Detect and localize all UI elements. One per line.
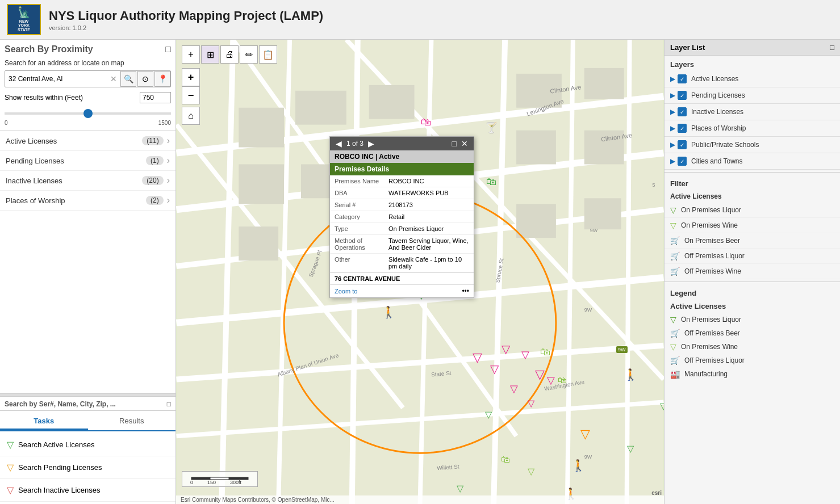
popup-more-icon[interactable]: ••• — [462, 287, 469, 295]
map-marker-active-pink[interactable]: ▽ — [547, 374, 555, 387]
result-label: Active Licenses — [6, 137, 142, 145]
layer-checkbox[interactable]: ✓ — [678, 91, 687, 100]
map-marker-active[interactable]: 🍸 — [485, 121, 498, 134]
pin-button[interactable]: 📍 — [154, 71, 170, 87]
proximity-title: Search By Proximity — [5, 44, 93, 54]
popup-header: ◀ 1 of 3 ▶ □ ✕ — [330, 137, 474, 150]
map-marker-purple[interactable]: 🚶 — [571, 459, 586, 472]
result-label: Places of Worship — [6, 196, 146, 205]
filter-item[interactable]: 🛒On Premises Beer — [665, 233, 840, 249]
map-marker-lime[interactable]: 🛍 — [558, 375, 567, 385]
proximity-close-icon[interactable]: □ — [165, 44, 171, 54]
locate-circle-button[interactable]: ⊙ — [137, 71, 153, 87]
filter-item[interactable]: ▽On Premises Wine — [665, 218, 840, 233]
result-item[interactable]: Active Licenses(11)› — [0, 131, 175, 151]
result-chevron-icon: › — [167, 195, 170, 205]
task-item[interactable]: ▽Search Pending Licenses — [0, 456, 175, 479]
legend-item: 🏭Manufacturing — [665, 367, 840, 381]
filter-item[interactable]: 🛒Off Premises Wine — [665, 264, 840, 279]
layer-item[interactable]: ▶✓Pending Licenses — [665, 87, 840, 104]
layer-list-expand-icon[interactable]: □ — [830, 43, 834, 52]
map-marker-lime[interactable]: 🛍 — [540, 346, 550, 358]
map-marker-purple[interactable]: 🚶 — [382, 305, 396, 319]
task-item[interactable]: ▽Search Inactive Licenses — [0, 479, 175, 502]
legend-label: On Premises Liquor — [681, 316, 741, 324]
map-marker-active-pink[interactable]: ▽ — [521, 348, 529, 361]
tab-results[interactable]: Results — [88, 413, 176, 430]
popup-row: CategoryRetail — [330, 211, 474, 223]
map-marker-orange[interactable]: ▽ — [580, 427, 590, 442]
popup-close-button[interactable]: ✕ — [460, 139, 469, 148]
map-badge: 9W — [616, 346, 628, 353]
tasks-list: ▽Search Active Licenses▽Search Pending L… — [0, 431, 175, 504]
result-item[interactable]: Inactive Licenses(20)› — [0, 171, 175, 191]
map-tool-print[interactable]: 🖨 — [220, 45, 239, 64]
layer-checkbox[interactable]: ✓ — [678, 74, 687, 83]
map-marker-green[interactable]: ▽ — [660, 401, 664, 411]
zoom-in-button[interactable]: + — [182, 68, 200, 86]
home-button[interactable]: ⌂ — [182, 107, 200, 125]
address-input[interactable] — [5, 73, 108, 85]
layer-item[interactable]: ▶✓Inactive Licenses — [665, 104, 840, 120]
tab-tasks[interactable]: Tasks — [0, 413, 88, 430]
layer-item[interactable]: ▶✓Cities and Towns — [665, 153, 840, 170]
popup-row: OtherSidewalk Cafe - 1pm to 10 pm daily — [330, 254, 474, 272]
map-marker-green[interactable]: ▽ — [485, 409, 492, 420]
proximity-slider[interactable] — [5, 112, 171, 115]
legend-item: ▽On Premises Wine — [665, 340, 840, 354]
clear-input-icon[interactable]: ✕ — [108, 74, 119, 83]
map-zoom-controls: + − ⌂ — [182, 68, 200, 125]
task-item[interactable]: ▽Search Active Licenses — [0, 434, 175, 456]
map-tool-grid[interactable]: ⊞ — [201, 45, 219, 64]
layer-checkbox[interactable]: ✓ — [678, 124, 687, 133]
zoom-out-button[interactable]: − — [182, 86, 200, 104]
filter-icon: 🛒 — [670, 267, 680, 276]
result-item[interactable]: Pending Licenses(1)› — [0, 151, 175, 171]
layer-label: Active Licenses — [691, 75, 738, 83]
feet-row: Show results within (Feet) — [5, 92, 171, 103]
map-tool-add[interactable]: + — [182, 45, 200, 64]
filter-item[interactable]: ▽On Premises Liquor — [665, 203, 840, 218]
map-marker-lime[interactable]: ▽ — [528, 466, 534, 477]
map-area[interactable]: + ⊞ 🖨 ✏ 📋 + − ⌂ — [176, 40, 664, 504]
layer-item[interactable]: ▶✓Public/Private Schools — [665, 137, 840, 153]
map-marker-green[interactable]: ▽ — [457, 483, 463, 494]
layer-expand-icon: ▶ — [670, 124, 675, 132]
layer-item[interactable]: ▶✓Active Licenses — [665, 71, 840, 87]
map-tool-edit[interactable]: ✏ — [240, 45, 258, 64]
result-item[interactable]: Places of Worship(2)› — [0, 191, 175, 211]
svg-rect-28 — [239, 226, 278, 261]
popup-field-value: ROBCO INC — [384, 175, 474, 187]
map-marker-top-left[interactable]: 🛍 — [421, 116, 431, 128]
layer-item[interactable]: ▶✓Places of Worship — [665, 120, 840, 137]
task-icon: ▽ — [7, 485, 14, 495]
map-marker-active-pink[interactable]: ▽ — [473, 350, 482, 365]
legend-label: Off Premises Beer — [684, 329, 740, 337]
map-marker-active-pink[interactable]: ▽ — [510, 383, 518, 395]
search-button[interactable]: 🔍 — [120, 71, 136, 87]
map-tool-clipboard[interactable]: 📋 — [259, 45, 277, 64]
search-section-close-icon[interactable]: □ — [167, 400, 171, 408]
popup-zoom-link[interactable]: Zoom to — [335, 288, 357, 295]
popup-next-button[interactable]: ▶ — [367, 139, 375, 148]
map-marker-active-pink[interactable]: ▽ — [490, 362, 499, 376]
svg-rect-31 — [584, 198, 621, 229]
map-marker-lime[interactable]: 🛍 — [501, 455, 510, 465]
svg-rect-21 — [584, 68, 624, 99]
map-marker-active-pink[interactable]: ▽ — [535, 367, 545, 382]
popup-field-value: 2108173 — [384, 199, 474, 211]
map-marker-purple[interactable]: 🚶 — [624, 368, 638, 381]
popup-nav-text: 1 of 3 — [346, 140, 363, 148]
popup-prev-button[interactable]: ◀ — [335, 139, 343, 148]
popup-maximize-button[interactable]: □ — [451, 139, 458, 148]
map-marker-active[interactable]: 🛍 — [486, 176, 496, 188]
layer-checkbox[interactable]: ✓ — [678, 140, 687, 149]
map-marker-green[interactable]: ▽ — [627, 443, 634, 454]
map-marker-active-pink[interactable]: ▽ — [528, 398, 534, 409]
map-marker-active-pink[interactable]: ▽ — [502, 342, 510, 356]
filter-item[interactable]: 🛒Off Premises Liquor — [665, 249, 840, 264]
svg-rect-30 — [516, 204, 556, 238]
layer-checkbox[interactable]: ✓ — [678, 107, 687, 116]
layer-checkbox[interactable]: ✓ — [678, 157, 687, 166]
feet-input[interactable] — [140, 92, 171, 103]
